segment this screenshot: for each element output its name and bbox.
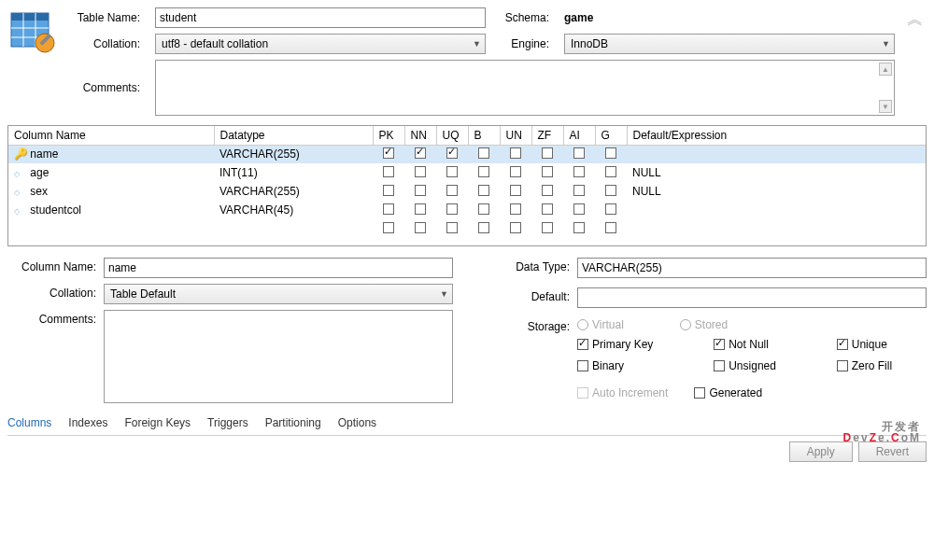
grid-checkbox[interactable]	[415, 147, 426, 159]
detail-collation-dropdown[interactable]: Table Default▼	[104, 284, 453, 304]
chevron-down-icon: ▼	[882, 39, 890, 49]
grid-checkbox[interactable]	[383, 222, 394, 233]
detail-comments-label: Comments:	[7, 310, 96, 326]
grid-checkbox[interactable]	[383, 185, 394, 196]
revert-button[interactable]: Revert	[858, 441, 927, 462]
table-row[interactable]	[8, 219, 926, 238]
apply-button[interactable]: Apply	[789, 441, 853, 462]
grid-checkbox[interactable]	[510, 185, 521, 196]
table-row[interactable]: 🔑 nameVARCHAR(255)	[8, 145, 926, 163]
tab-options[interactable]: Options	[338, 416, 376, 429]
stored-radio[interactable]	[680, 319, 691, 330]
grid-checkbox[interactable]	[446, 185, 458, 196]
tab-foreign-keys[interactable]: Foreign Keys	[124, 416, 191, 429]
schema-label: Schema:	[497, 11, 553, 24]
col-header[interactable]: AI	[563, 126, 595, 145]
grid-checkbox[interactable]	[446, 203, 458, 215]
collapse-icon[interactable]: ︽	[904, 7, 927, 30]
col-header[interactable]: B	[468, 126, 500, 145]
grid-checkbox[interactable]	[446, 222, 458, 233]
tab-triggers[interactable]: Triggers	[207, 416, 248, 429]
grid-checkbox[interactable]	[415, 203, 426, 215]
grid-checkbox[interactable]	[605, 185, 616, 196]
grid-checkbox[interactable]	[542, 222, 553, 233]
col-header[interactable]: Datatype	[214, 126, 373, 145]
datatype-input[interactable]	[577, 258, 927, 278]
grid-checkbox[interactable]	[478, 185, 489, 196]
detail-comments-textarea[interactable]	[104, 310, 453, 403]
grid-checkbox[interactable]	[383, 147, 394, 159]
table-row[interactable]: ◇ studentcolVARCHAR(45)	[8, 201, 926, 219]
table-name-label: Table Name:	[69, 11, 144, 24]
col-header[interactable]: UQ	[436, 126, 468, 145]
grid-checkbox[interactable]	[542, 147, 553, 159]
schema-value: game	[564, 11, 895, 24]
comments-textarea[interactable]: ▲ ▼	[155, 60, 895, 116]
grid-checkbox[interactable]	[510, 166, 521, 177]
grid-checkbox[interactable]	[510, 222, 521, 233]
grid-checkbox[interactable]	[510, 203, 521, 215]
not-null-checkbox[interactable]	[714, 339, 725, 350]
grid-checkbox[interactable]	[573, 147, 585, 159]
unique-checkbox[interactable]	[837, 339, 848, 350]
grid-checkbox[interactable]	[605, 166, 616, 177]
table-row[interactable]: ◇ sexVARCHAR(255)NULL	[8, 182, 926, 201]
grid-checkbox[interactable]	[605, 222, 616, 233]
grid-checkbox[interactable]	[605, 203, 616, 215]
zero-fill-checkbox[interactable]	[837, 360, 848, 371]
grid-checkbox[interactable]	[573, 222, 585, 233]
table-row[interactable]: ◇ ageINT(11)NULL	[8, 163, 926, 182]
default-input[interactable]	[577, 287, 927, 308]
grid-checkbox[interactable]	[415, 166, 426, 177]
tab-partitioning[interactable]: Partitioning	[265, 416, 321, 429]
col-header[interactable]: UN	[500, 126, 531, 145]
grid-checkbox[interactable]	[415, 185, 426, 196]
storage-label: Storage:	[481, 317, 570, 333]
grid-checkbox[interactable]	[542, 203, 553, 215]
grid-checkbox[interactable]	[446, 166, 458, 177]
grid-checkbox[interactable]	[478, 147, 489, 159]
grid-checkbox[interactable]	[478, 203, 489, 215]
grid-checkbox[interactable]	[573, 166, 585, 177]
table-editor-icon	[7, 7, 60, 60]
scroll-down-icon[interactable]: ▼	[879, 100, 892, 113]
binary-checkbox[interactable]	[577, 360, 588, 371]
chevron-down-icon: ▼	[440, 289, 448, 299]
grid-checkbox[interactable]	[573, 203, 585, 215]
grid-checkbox[interactable]	[446, 147, 458, 159]
tab-columns[interactable]: Columns	[7, 416, 51, 429]
table-name-input[interactable]	[155, 7, 486, 28]
detail-collation-label: Collation:	[7, 284, 96, 300]
grid-checkbox[interactable]	[383, 166, 394, 177]
grid-checkbox[interactable]	[478, 222, 489, 233]
column-name-input[interactable]	[104, 258, 453, 278]
grid-checkbox[interactable]	[542, 166, 553, 177]
virtual-radio[interactable]	[577, 319, 588, 330]
chevron-down-icon: ▼	[473, 39, 481, 49]
unsigned-checkbox[interactable]	[714, 360, 725, 371]
auto-increment-checkbox[interactable]	[577, 387, 588, 399]
col-header[interactable]: NN	[404, 126, 436, 145]
grid-checkbox[interactable]	[573, 185, 585, 196]
col-header[interactable]: G	[595, 126, 627, 145]
grid-checkbox[interactable]	[510, 147, 521, 159]
engine-label: Engine:	[497, 37, 553, 50]
tab-indexes[interactable]: Indexes	[68, 416, 107, 429]
collation-dropdown[interactable]: utf8 - default collation▼	[155, 34, 486, 54]
default-label: Default:	[481, 287, 570, 303]
columns-grid[interactable]: Column NameDatatypePKNNUQBUNZFAIGDefault…	[7, 125, 927, 246]
grid-checkbox[interactable]	[383, 203, 394, 215]
col-header[interactable]: ZF	[531, 126, 563, 145]
scroll-up-icon[interactable]: ▲	[879, 63, 892, 76]
primary-key-checkbox[interactable]	[577, 339, 588, 350]
grid-checkbox[interactable]	[415, 222, 426, 233]
grid-checkbox[interactable]	[542, 185, 553, 196]
grid-checkbox[interactable]	[478, 166, 489, 177]
col-header[interactable]: Default/Expression	[627, 126, 926, 145]
grid-checkbox[interactable]	[605, 147, 616, 159]
col-header[interactable]: PK	[373, 126, 404, 145]
engine-dropdown[interactable]: InnoDB▼	[564, 34, 895, 54]
generated-checkbox[interactable]	[694, 387, 705, 399]
bottom-tabs: ColumnsIndexesForeign KeysTriggersPartit…	[7, 413, 927, 436]
col-header[interactable]: Column Name	[8, 126, 214, 145]
